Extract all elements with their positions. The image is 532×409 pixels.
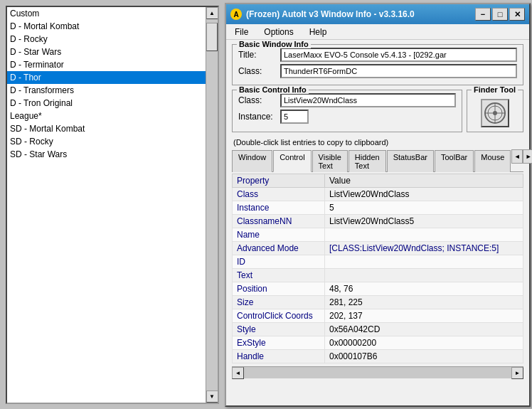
basic-window-info-group: Basic Window Info Title: Class: bbox=[232, 44, 523, 85]
property-cell: Handle bbox=[233, 350, 325, 363]
title-input[interactable] bbox=[280, 48, 517, 62]
instance-row: Instance: bbox=[238, 110, 456, 124]
basic-window-info-label: Basic Window Info bbox=[237, 40, 311, 48]
table-row[interactable]: Name bbox=[233, 228, 523, 242]
list-item[interactable]: D - Terminator bbox=[7, 58, 218, 71]
scroll-thumb[interactable] bbox=[206, 23, 218, 51]
maximize-button[interactable]: □ bbox=[492, 8, 508, 21]
tab-statusbar[interactable]: StatusBar bbox=[387, 150, 434, 172]
scroll-h-track bbox=[244, 367, 511, 378]
basic-control-info-group: Basic Control Info Class: Instance: bbox=[232, 90, 462, 132]
tab-nav-right[interactable]: ► bbox=[523, 149, 532, 164]
tab-control[interactable]: Control bbox=[273, 150, 311, 172]
property-cell: ClassnameNN bbox=[233, 215, 325, 228]
tab-window[interactable]: Window bbox=[232, 150, 272, 172]
value-cell bbox=[325, 255, 523, 269]
menubar: File Options Help bbox=[226, 24, 529, 40]
list-item[interactable]: D - Mortal Kombat bbox=[7, 20, 218, 33]
tabs-container: WindowControlVisible TextHidden TextStat… bbox=[232, 149, 523, 172]
control-info-label: Basic Control Info bbox=[237, 85, 309, 94]
scroll-right-btn[interactable]: ► bbox=[511, 367, 523, 379]
table-wrapper: Property Value ClassListView20WndClassIn… bbox=[232, 172, 523, 363]
control-info-row: Basic Control Info Class: Instance: Find… bbox=[232, 90, 523, 132]
list-item[interactable]: D - Star Wars bbox=[7, 46, 218, 58]
class-label: Class: bbox=[238, 66, 277, 76]
scroll-left-btn[interactable]: ◄ bbox=[232, 367, 244, 379]
property-cell: Style bbox=[233, 323, 325, 336]
property-cell: Instance bbox=[233, 201, 325, 215]
item-list: CustomD - Mortal KombatD - RockyD - Star… bbox=[7, 7, 218, 161]
property-cell: ID bbox=[233, 255, 325, 269]
info-message: (Double-click list entries to copy to cl… bbox=[232, 137, 523, 149]
scroll-up-btn[interactable]: ▲ bbox=[206, 7, 218, 19]
col-header-value: Value bbox=[325, 174, 523, 188]
col-header-property: Property bbox=[233, 174, 325, 188]
titlebar-controls: − □ ✕ bbox=[475, 8, 525, 21]
menu-help[interactable]: Help bbox=[305, 26, 331, 38]
scroll-track bbox=[206, 19, 218, 391]
table-row[interactable]: ID bbox=[233, 255, 523, 269]
instance-input[interactable] bbox=[280, 110, 309, 124]
menu-file[interactable]: File bbox=[230, 26, 252, 38]
bottom-scrollbar: ◄ ► bbox=[232, 366, 523, 378]
scroll-down-btn[interactable]: ▼ bbox=[206, 391, 218, 403]
close-button[interactable]: ✕ bbox=[509, 8, 525, 21]
value-cell: ListView20WndClass5 bbox=[325, 215, 523, 228]
tab-nav-left[interactable]: ◄ bbox=[511, 149, 523, 164]
list-item[interactable]: SD - Mortal Kombat bbox=[7, 122, 218, 135]
property-cell: Text bbox=[233, 269, 325, 282]
property-cell: Name bbox=[233, 228, 325, 242]
table-row[interactable]: Text bbox=[233, 269, 523, 282]
finder-icon bbox=[484, 102, 506, 124]
tab-toolbar[interactable]: ToolBar bbox=[435, 150, 474, 172]
property-cell: Advanced Mode bbox=[233, 242, 325, 255]
value-cell: 0x000107B6 bbox=[325, 350, 523, 363]
control-class-input[interactable] bbox=[280, 93, 456, 107]
table-row[interactable]: Position48, 76 bbox=[233, 282, 523, 296]
table-row[interactable]: Handle0x000107B6 bbox=[233, 350, 523, 363]
data-table: Property Value ClassListView20WndClassIn… bbox=[232, 174, 523, 363]
tabs-row: WindowControlVisible TextHidden TextStat… bbox=[232, 149, 523, 172]
table-body: ClassListView20WndClassInstance5Classnam… bbox=[233, 188, 523, 363]
table-row[interactable]: ExStyle0x00000200 bbox=[233, 336, 523, 350]
list-container: CustomD - Mortal KombatD - RockyD - Star… bbox=[7, 7, 218, 403]
instance-label: Instance: bbox=[238, 112, 277, 122]
title-row: Title: bbox=[238, 48, 517, 62]
finder-button[interactable] bbox=[481, 99, 509, 127]
autoit-window: A (Frozen) AutoIt v3 Window Info - v3.3.… bbox=[225, 3, 531, 407]
value-cell: 202, 137 bbox=[325, 309, 523, 323]
minimize-button[interactable]: − bbox=[475, 8, 491, 21]
list-item[interactable]: League* bbox=[7, 110, 218, 122]
class-input[interactable] bbox=[280, 64, 517, 78]
finder-tool-group: Finder Tool bbox=[467, 90, 523, 132]
value-cell: 0x56A042CD bbox=[325, 323, 523, 336]
table-row[interactable]: ClassListView20WndClass bbox=[233, 188, 523, 201]
tab-visible-text[interactable]: Visible Text bbox=[312, 150, 348, 172]
value-cell: 281, 225 bbox=[325, 296, 523, 309]
table-row[interactable]: Style0x56A042CD bbox=[233, 323, 523, 336]
table-row[interactable]: ControlClick Coords202, 137 bbox=[233, 309, 523, 323]
tab-mouse[interactable]: Mouse bbox=[474, 150, 511, 172]
list-item[interactable]: SD - Rocky bbox=[7, 135, 218, 148]
window-titlebar: A (Frozen) AutoIt v3 Window Info - v3.3.… bbox=[226, 4, 529, 24]
tab-hidden-text[interactable]: Hidden Text bbox=[349, 150, 386, 172]
list-item[interactable]: D - Rocky bbox=[7, 33, 218, 46]
list-scrollbar[interactable]: ▲ ▼ bbox=[206, 7, 218, 403]
property-cell: Class bbox=[233, 188, 325, 201]
list-item[interactable]: SD - Star Wars bbox=[7, 148, 218, 161]
window-icon: A bbox=[230, 9, 242, 20]
control-class-row: Class: bbox=[238, 93, 456, 107]
left-list-panel: CustomD - Mortal KombatD - RockyD - Star… bbox=[6, 6, 219, 404]
table-row[interactable]: Advanced Mode[CLASS:ListView20WndClass; … bbox=[233, 242, 523, 255]
table-row[interactable]: Instance5 bbox=[233, 201, 523, 215]
list-item[interactable]: D - Transformers bbox=[7, 84, 218, 97]
value-cell: ListView20WndClass bbox=[325, 188, 523, 201]
property-cell: Position bbox=[233, 282, 325, 296]
value-cell: 0x00000200 bbox=[325, 336, 523, 350]
menu-options[interactable]: Options bbox=[260, 26, 297, 38]
table-row[interactable]: Size281, 225 bbox=[233, 296, 523, 309]
list-item[interactable]: Custom bbox=[7, 7, 218, 20]
list-item[interactable]: D - Tron Original bbox=[7, 97, 218, 110]
list-item[interactable]: D - Thor bbox=[7, 71, 218, 84]
table-row[interactable]: ClassnameNNListView20WndClass5 bbox=[233, 215, 523, 228]
